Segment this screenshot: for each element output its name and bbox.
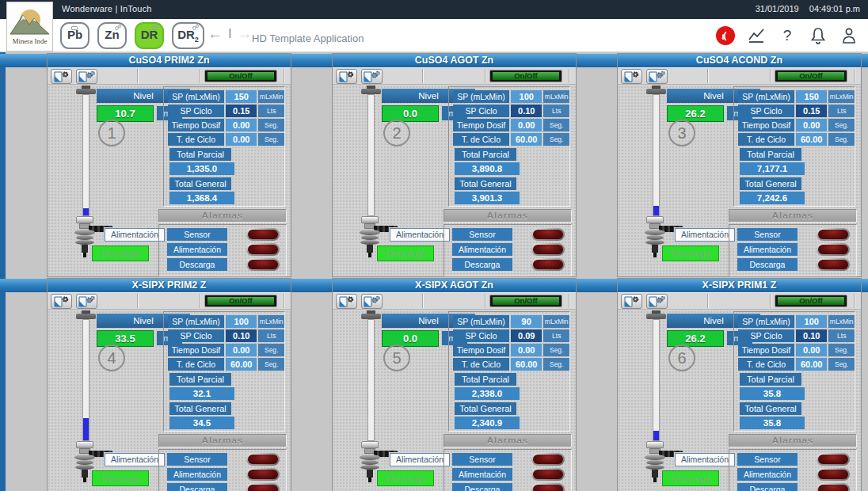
- recipe-settings-button[interactable]: [621, 69, 642, 84]
- batch-settings-button[interactable]: [76, 69, 97, 84]
- param-label: Tiempo Dosif: [738, 119, 794, 131]
- param-value[interactable]: 0.10: [796, 329, 827, 342]
- toolbar-separator: [569, 294, 570, 308]
- nav-button[interactable]: Zn: [97, 22, 127, 49]
- nav-button[interactable]: Pb: [60, 22, 89, 49]
- param-value[interactable]: 0.00: [511, 344, 542, 356]
- panel-toolbar: On/Off: [48, 67, 291, 85]
- help-icon[interactable]: ?: [778, 26, 797, 45]
- panel-title: X-SIPX PRIM2 Z: [48, 279, 291, 292]
- onoff-button[interactable]: On/Off: [204, 70, 277, 82]
- param-value[interactable]: 60.00: [796, 358, 827, 371]
- trend-icon[interactable]: [747, 26, 766, 45]
- param-value[interactable]: 0.15: [796, 105, 827, 117]
- recipe-settings-button[interactable]: [336, 294, 357, 309]
- param-value[interactable]: 60.00: [796, 133, 827, 146]
- back-arrow[interactable]: ←: [207, 25, 223, 43]
- panel-number-badge: 4: [98, 344, 125, 371]
- panel-number-badge: 2: [383, 120, 410, 147]
- param-value[interactable]: 60.00: [226, 358, 257, 371]
- discharge-button[interactable]: Descarga: [662, 470, 719, 486]
- onoff-button[interactable]: On/Off: [204, 295, 277, 307]
- onoff-button[interactable]: On/Off: [775, 295, 847, 307]
- nivel-value: 33.5: [97, 330, 154, 347]
- param-label: Tiempo Dosif: [453, 119, 509, 131]
- discharge-button[interactable]: Descarga: [662, 246, 719, 261]
- batch-settings-button[interactable]: [361, 294, 383, 309]
- param-value[interactable]: 0.00: [226, 344, 257, 356]
- onoff-button[interactable]: On/Off: [489, 295, 562, 307]
- total-parcial-label: Total Parcial: [740, 148, 801, 161]
- burette-tube: [653, 94, 660, 216]
- recipe-settings-button[interactable]: [51, 294, 72, 309]
- alarm-label: Descarga: [167, 258, 227, 271]
- notifications-icon[interactable]: [809, 26, 828, 45]
- total-parcial-label: Total Parcial: [169, 148, 231, 161]
- discharge-button[interactable]: Descarga: [377, 246, 434, 261]
- param-row: SP Ciclo 0.10 Lts: [453, 105, 569, 117]
- param-row: Tiempo Dosif 0.00 Seg.: [738, 344, 855, 356]
- param-value[interactable]: 150: [226, 90, 257, 103]
- param-value[interactable]: 100: [796, 315, 827, 328]
- param-value[interactable]: 0.09: [511, 329, 542, 342]
- batch-settings-button[interactable]: [361, 69, 383, 84]
- onoff-button[interactable]: On/Off: [489, 70, 562, 82]
- param-row: SP Ciclo 0.10 Lts: [738, 329, 855, 342]
- param-value[interactable]: 0.00: [511, 119, 542, 131]
- level-fill: [83, 418, 89, 440]
- document-gears-icon: [77, 295, 96, 308]
- date-display: 31/01/2019: [756, 4, 799, 13]
- param-label: Tiempo Dosif: [168, 344, 224, 356]
- recipe-settings-button[interactable]: [336, 69, 357, 84]
- recipe-settings-button[interactable]: [621, 294, 642, 309]
- param-value[interactable]: 0.10: [511, 105, 542, 117]
- total-parcial-value: 2,338.0: [455, 387, 520, 400]
- nav-button[interactable]: DR: [135, 22, 164, 49]
- param-value[interactable]: 0.10: [226, 329, 257, 342]
- param-value[interactable]: 150: [796, 90, 827, 103]
- document-gear-icon: [337, 70, 356, 83]
- onoff-button[interactable]: On/Off: [775, 70, 847, 82]
- discharge-button[interactable]: Descarga: [92, 246, 149, 261]
- toolbar-separator: [485, 294, 486, 308]
- param-value[interactable]: 0.00: [796, 344, 827, 356]
- burette-tube: [653, 319, 660, 441]
- param-value[interactable]: 60.00: [511, 358, 542, 371]
- nav-button-label: DR: [141, 28, 158, 41]
- panel-number-badge: 6: [668, 344, 695, 371]
- recipe-settings-button[interactable]: [51, 69, 72, 84]
- param-unit: Seg.: [258, 358, 284, 371]
- param-value[interactable]: 0.00: [226, 133, 257, 146]
- param-value[interactable]: 100: [226, 315, 257, 328]
- level-fill: [653, 206, 659, 215]
- discharge-button[interactable]: Descarga: [377, 470, 434, 486]
- alarm-label: Alimentación: [452, 468, 512, 481]
- param-label: T. de Ciclo: [738, 358, 794, 371]
- param-value[interactable]: 90: [511, 315, 542, 328]
- forward-arrow[interactable]: →: [238, 25, 253, 43]
- burette-tube: [82, 319, 89, 441]
- document-gears-icon: [77, 70, 96, 83]
- param-unit: Seg.: [543, 119, 569, 131]
- left-edge-strip: [0, 52, 6, 491]
- nav-button[interactable]: DR2: [172, 22, 204, 49]
- param-value[interactable]: 0.00: [796, 119, 827, 131]
- alarm-indicator: [246, 243, 280, 256]
- batch-settings-button[interactable]: [76, 294, 97, 309]
- user-icon[interactable]: [839, 26, 858, 45]
- feed-label: Alimentación: [675, 228, 735, 242]
- discharge-button[interactable]: Descarga: [92, 470, 149, 486]
- param-value[interactable]: 60.00: [511, 133, 542, 146]
- param-row: SP (mLxMin) 150 mLxMin: [738, 90, 855, 103]
- param-value[interactable]: 0.15: [226, 105, 257, 117]
- alarms-title: Alarmas: [729, 434, 857, 447]
- connection-alarm-icon[interactable]: [716, 26, 735, 45]
- batch-settings-button[interactable]: [646, 294, 668, 309]
- batch-settings-button[interactable]: [646, 69, 668, 84]
- param-value[interactable]: 100: [511, 90, 542, 103]
- param-value[interactable]: 0.00: [226, 119, 257, 131]
- total-parcial-value: 7,177.1: [740, 162, 805, 175]
- param-label: SP Ciclo: [168, 329, 224, 342]
- parameters-box: SP (mLxMin) 90 mLxMin SP Ciclo 0.09 Lts …: [448, 311, 570, 432]
- alarm-row: Alimentación: [452, 468, 565, 481]
